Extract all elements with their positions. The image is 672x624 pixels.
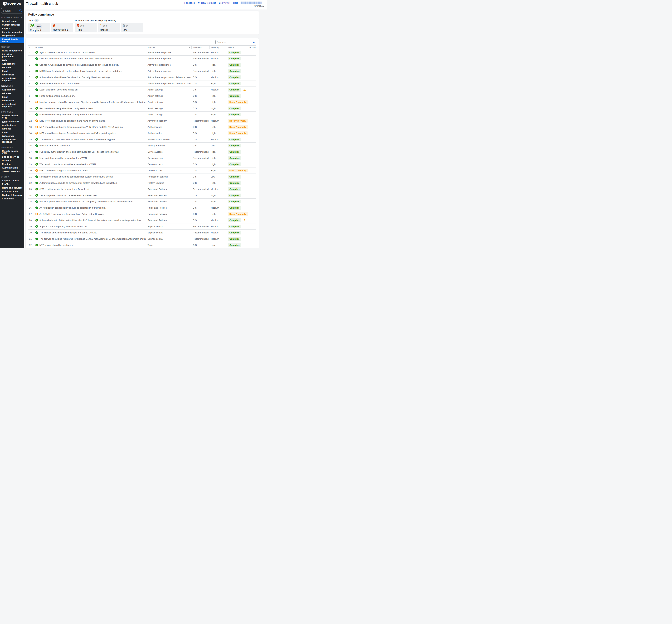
action-cell <box>248 161 256 167</box>
table-row: 10✓Password complexity should be configu… <box>28 105 256 111</box>
user-account[interactable] <box>241 2 264 4</box>
status-cell: Complies <box>226 49 248 56</box>
sidebar-item-web[interactable]: Web <box>0 58 24 62</box>
column-header-num[interactable]: # <box>28 46 34 49</box>
sidebar-item-site-to-site-vpn[interactable]: Site-to-site VPN <box>0 120 24 123</box>
sidebar-item-site-to-site-vpn[interactable]: Site-to-site VPN <box>0 155 24 159</box>
status-badge: Doesn't comply <box>227 100 248 104</box>
sidebar-item-control-center[interactable]: Control center <box>0 19 24 23</box>
module-cell: Admin settings <box>146 93 191 99</box>
sidebar-item-email[interactable]: Email <box>0 69 24 73</box>
kebab-menu-icon[interactable] <box>251 119 252 122</box>
kebab-menu-icon[interactable] <box>251 212 252 215</box>
sidebar-item-authentication[interactable]: Authentication <box>0 166 24 170</box>
status-cell: Complies <box>226 142 248 149</box>
sidebar-item-active-threat-response[interactable]: Active threat response <box>0 138 24 144</box>
sidebar-item-web-server[interactable]: Web server <box>0 134 24 138</box>
policy-cell: ✓MDR threat feeds should be turned on. I… <box>34 68 146 74</box>
column-header-action[interactable]: Action <box>248 46 256 49</box>
sidebar-item-web-server[interactable]: Web server <box>0 99 24 102</box>
sidebar-item-diagnostics[interactable]: Diagnostics <box>0 34 24 37</box>
row-number: 14 <box>28 130 34 136</box>
status-cell: Complies <box>226 230 248 236</box>
status-cell: Complies <box>226 155 248 161</box>
kebab-menu-icon[interactable] <box>251 218 252 222</box>
policies-table-card: #PoliciesModuleStandardSeverityStatusAct… <box>26 38 259 248</box>
feedback-link[interactable]: Feedback <box>184 2 194 4</box>
standard-cell: Recommended <box>191 230 209 236</box>
row-number: 9 <box>28 99 34 105</box>
sidebar-item-applications[interactable]: Applications <box>0 88 24 92</box>
column-header-standard[interactable]: Standard <box>191 46 209 49</box>
table-row: 15✓The firewall's connection with authen… <box>28 136 256 142</box>
status-cell: Complies <box>226 180 248 186</box>
standard-cell: CIS <box>191 180 209 186</box>
table-search[interactable] <box>215 40 256 44</box>
sidebar-item-network[interactable]: Network <box>0 159 24 162</box>
action-cell <box>248 87 256 93</box>
sidebar-item-backup-firmware[interactable]: Backup & firmware <box>0 193 24 197</box>
sidebar-item-active-threat-response[interactable]: Active threat response <box>0 77 24 82</box>
page-header: Firewall health check Feedback How-to gu… <box>24 0 267 9</box>
kebab-menu-icon[interactable] <box>251 88 252 91</box>
status-cell: Complies <box>226 56 248 62</box>
kebab-menu-icon[interactable] <box>251 132 252 134</box>
severity-cell: High <box>209 161 226 167</box>
help-link[interactable]: Help <box>233 2 238 4</box>
sidebar-item-active-threat-response[interactable]: Active threat response <box>0 102 24 108</box>
status-check-icon: ✓ <box>35 63 38 66</box>
sidebar-item-intrusion-prevention[interactable]: Intrusion prevention <box>0 52 24 58</box>
sidebar-item-email[interactable]: Email <box>0 95 24 99</box>
sidebar-item-system-services[interactable]: System services <box>0 170 24 173</box>
sidebar-item-applications[interactable]: Applications <box>0 62 24 66</box>
severity-cell: Low <box>209 242 226 248</box>
sidebar-item-reports[interactable]: Reports <box>0 27 24 30</box>
status-badge: Complies <box>227 206 241 210</box>
status-badge: Complies <box>227 193 241 197</box>
column-header-status[interactable]: Status <box>226 46 248 49</box>
sidebar-item-firewall-health-check[interactable]: Firewall health check <box>0 37 24 43</box>
sidebar-item-wireless[interactable]: Wireless <box>0 66 24 69</box>
sidebar-item-routing[interactable]: Routing <box>0 162 24 166</box>
table-row: 9!Inactive sessions should be signed out… <box>28 99 256 105</box>
sidebar-item-zero-day-protection[interactable]: Zero-day protection <box>0 30 24 34</box>
policy-text: Login disclaimer should be turned on. <box>39 88 78 91</box>
sidebar-item-administration[interactable]: Administration <box>0 189 24 193</box>
action-cell <box>248 105 256 111</box>
sidebar-item-wireless[interactable]: Wireless <box>0 127 24 131</box>
standard-cell: CIS <box>191 93 209 99</box>
kebab-menu-icon[interactable] <box>251 101 252 103</box>
severity-cell: High <box>209 199 226 205</box>
column-header-module[interactable]: Module <box>146 46 191 49</box>
sidebar-item-applications[interactable]: Applications <box>0 123 24 127</box>
howto-guides-link[interactable]: How-to guides <box>197 2 216 4</box>
sidebar-item-wireless[interactable]: Wireless <box>0 92 24 95</box>
module-cell: Active threat response <box>146 62 191 68</box>
action-cell <box>248 93 256 99</box>
table-search-input[interactable] <box>215 40 256 44</box>
sidebar-item-profiles[interactable]: Profiles <box>0 182 24 186</box>
row-number: 6 <box>28 80 34 87</box>
sidebar-item-hosts-and-services[interactable]: Hosts and services <box>0 186 24 189</box>
sidebar-item-email[interactable]: Email <box>0 131 24 134</box>
row-number: 5 <box>28 74 34 80</box>
sidebar-item-remote-access-vpn[interactable]: Remote access VPN <box>0 149 24 155</box>
kebab-menu-icon[interactable] <box>251 125 252 128</box>
sidebar-item-current-activities[interactable]: Current activities <box>0 23 24 27</box>
sidebar-item-web-server[interactable]: Web server <box>0 73 24 77</box>
log-viewer-link[interactable]: Log viewer <box>219 2 230 4</box>
sidebar-item-sophos-central[interactable]: Sophos Central <box>0 179 24 182</box>
column-header-policies[interactable]: Policies <box>34 46 146 49</box>
column-header-severity[interactable]: Severity <box>209 46 226 49</box>
sidebar-search[interactable] <box>1 8 23 14</box>
sidebar-item-rules-and-policies[interactable]: Rules and policies <box>0 49 24 52</box>
status-check-icon: ✓ <box>35 138 38 141</box>
status-cell: Complies <box>226 242 248 248</box>
table-row: 29✓Sophos Central reporting should be tu… <box>28 224 256 230</box>
policy-cell: ✓Backups should be scheduled. <box>34 142 146 149</box>
sidebar-item-remote-access-vpn[interactable]: Remote access VPN <box>0 114 24 120</box>
status-badge: Complies <box>227 150 241 154</box>
table-row: 2✓NDR Essentials should be turned on and… <box>28 56 256 62</box>
sidebar-item-certificates[interactable]: Certificates <box>0 197 24 201</box>
kebab-menu-icon[interactable] <box>251 169 252 172</box>
